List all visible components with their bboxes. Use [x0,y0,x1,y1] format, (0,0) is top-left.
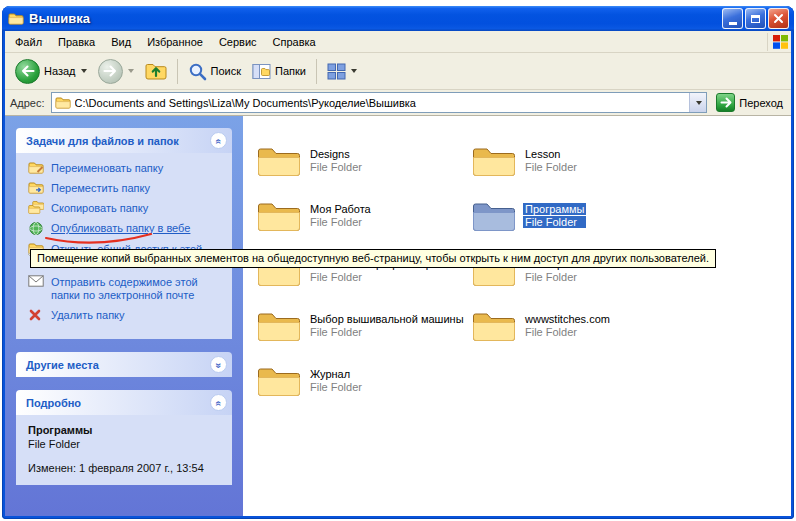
forward-icon [98,59,123,84]
task-pane: Задачи для файлов и папок « Переименоват… [5,116,243,516]
folder-type: File Folder [308,216,373,228]
go-icon [716,93,735,112]
folder-icon [257,364,301,398]
details-panel-header[interactable]: Подробно « [16,390,232,415]
menu-item[interactable]: Файл [7,32,50,52]
folders-button[interactable]: Папки [247,60,311,83]
views-button[interactable] [322,60,362,83]
other-places-header[interactable]: Другие места » [16,352,232,377]
menu-item[interactable]: Правка [50,32,103,52]
menubar-items: ФайлПравкаВидИзбранноеСервисСправка [7,32,324,52]
folder-content-area[interactable]: Designs File Folder Lesson File Folder М… [243,116,791,516]
close-icon [773,13,784,24]
folder-name: Designs [308,148,364,160]
menu-item[interactable]: Сервис [211,32,265,52]
tasks-panel-body: Переименовать папку Переместить папку Ск… [16,153,232,339]
collapse-button[interactable]: « [210,394,227,411]
details-item-name: Программы [28,424,226,436]
close-button[interactable] [768,8,789,29]
toolbar: Назад Поиск [5,53,791,90]
folder-type: File Folder [523,271,599,283]
folder-name: Lesson [523,148,579,160]
folder-tile[interactable]: Выбор вышивальной машины File Folder [257,298,466,353]
search-label: Поиск [211,65,241,77]
other-places-title: Другие места [26,359,99,371]
folder-tile[interactable]: Designs File Folder [257,133,364,188]
back-dropdown-icon[interactable] [81,69,87,73]
back-button[interactable]: Назад [10,56,92,87]
other-places-panel: Другие места » [16,352,232,377]
folder-type: File Folder [308,271,472,283]
chevron-up-icon: « [214,138,224,143]
folders-icon [252,63,271,80]
forward-button[interactable] [93,56,139,87]
menu-item[interactable]: Вид [103,32,139,52]
task-label: Переименовать папку [51,162,163,175]
folder-tile[interactable]: Журнал File Folder [257,353,364,408]
task-label: Отправить содержимое этой папки по элект… [51,276,226,302]
views-icon [327,63,346,80]
folder-name: Выбор вышивальной машины [308,313,466,325]
back-icon [15,59,40,84]
folder-icon [257,309,301,343]
task-label: Переместить папку [51,182,150,195]
menu-item[interactable]: Справка [265,32,324,52]
up-button[interactable] [140,58,172,84]
desktop: Вышивка ФайлПравкаВидИзбранноеСервисСпра… [0,0,796,521]
task-item[interactable]: Отправить содержимое этой папки по элект… [28,276,226,302]
expand-button[interactable]: » [210,356,227,373]
go-button[interactable]: Переход [713,91,786,114]
back-label: Назад [44,65,76,77]
collapse-button[interactable]: « [210,132,227,149]
window-title: Вышивка [29,11,717,26]
main-area: Задачи для файлов и папок « Переименоват… [5,116,791,516]
task-item[interactable]: Скопировать папку [28,202,226,215]
task-item[interactable]: Переместить папку [28,182,226,195]
title-bar[interactable]: Вышивка [2,6,794,31]
windows-logo-icon [767,33,789,51]
folder-rename-icon [28,161,45,174]
details-item-modified: Изменен: 1 февраля 2007 г., 13:54 [28,461,226,475]
task-item[interactable]: Опубликовать папку в вебе [28,222,226,236]
toolbar-separator [177,59,178,84]
minimize-icon [729,22,737,25]
folder-name: Журнал [308,368,364,380]
search-icon [188,62,207,81]
forward-dropdown-icon[interactable] [128,69,134,73]
chevron-down-icon [696,101,702,105]
address-dropdown-button[interactable] [689,93,706,112]
task-item[interactable]: Удалить папку [28,309,226,322]
folder-tile[interactable]: Моя Работа File Folder [257,188,373,243]
address-folder-icon [55,96,71,109]
folder-tile[interactable]: Программы File Folder [472,188,586,243]
folder-move-icon [28,181,45,194]
folder-tile[interactable]: wwwstitches.com File Folder [472,298,612,353]
folder-name: wwwstitches.com [523,313,612,325]
details-panel: Подробно « Программы File Folder Изменен… [16,390,232,485]
folder-icon [257,199,301,233]
delete-icon [28,308,45,322]
minimize-button[interactable] [722,8,743,29]
address-combo[interactable]: C:\Documents and Settings\Liza\My Docume… [51,92,708,113]
folder-tile[interactable]: Lesson File Folder [472,133,579,188]
folder-type: File Folder [308,326,466,338]
maximize-button[interactable] [745,8,766,29]
details-panel-title: Подробно [26,397,81,409]
address-input[interactable]: C:\Documents and Settings\Liza\My Docume… [75,97,686,109]
menu-item[interactable]: Избранное [139,32,211,52]
task-item[interactable]: Переименовать папку [28,162,226,175]
address-bar: Адрес: C:\Documents and Settings\Liza\My… [5,90,791,116]
folder-name: Программы [523,203,586,215]
search-button[interactable]: Поиск [183,59,246,84]
task-label: Опубликовать папку в вебе [51,222,190,235]
tasks-panel-header[interactable]: Задачи для файлов и папок « [16,128,232,153]
folder-name: Моя Работа [308,203,373,215]
chevron-up-icon: « [214,400,224,405]
toolbar-separator [316,59,317,84]
views-dropdown-icon[interactable] [351,69,357,73]
chevron-down-icon: » [214,362,224,367]
window-body: ФайлПравкаВидИзбранноеСервисСправка Наза… [5,31,791,516]
up-folder-icon [145,61,167,81]
folder-type: File Folder [523,161,579,173]
details-item-type: File Folder [28,438,226,450]
